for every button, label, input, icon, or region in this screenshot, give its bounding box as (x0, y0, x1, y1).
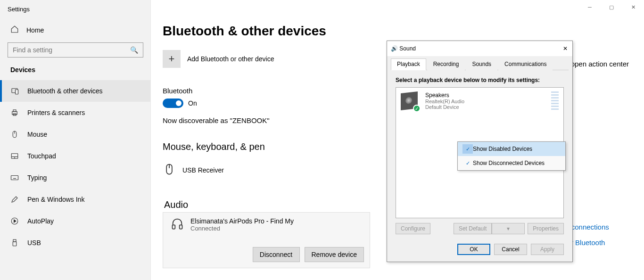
section-mouse-keyboard: Mouse, keyboard, & pen (163, 141, 380, 152)
mouse-icon (163, 163, 176, 177)
context-menu: ✓ Show Disabled Devices ✓ Show Disconnec… (457, 141, 566, 171)
dialog-instruction: Select a playback device below to modify… (387, 70, 572, 87)
svg-rect-3 (13, 110, 16, 112)
home-nav[interactable]: Home (0, 16, 150, 42)
menu-show-disabled[interactable]: ✓ Show Disabled Devices (458, 142, 565, 156)
svg-rect-18 (13, 239, 16, 242)
dialog-close-button[interactable]: ✕ (563, 45, 568, 52)
sidebar-item-printers[interactable]: Printers & scanners (0, 102, 150, 124)
discoverable-status: Now discoverable as "ZENBOOK" (163, 116, 380, 124)
maximize-button[interactable]: ▢ (601, 0, 622, 14)
properties-button[interactable]: Properties (528, 223, 564, 234)
sidebar-item-bluetooth[interactable]: Bluetooth & other devices (0, 80, 150, 102)
set-default-dropdown[interactable]: ▾ (492, 223, 525, 234)
pen-icon (10, 195, 19, 204)
apply-button[interactable]: Apply (531, 244, 564, 255)
app-title: Settings (0, 0, 150, 16)
main-content: Bluetooth & other devices + Add Bluetoot… (163, 24, 380, 182)
svg-rect-22 (173, 225, 175, 229)
bluetooth-state: On (188, 99, 197, 107)
plus-icon: + (163, 50, 181, 68)
menu-show-disconnected[interactable]: ✓ Show Disconnected Devices (458, 156, 565, 170)
touchpad-icon (10, 152, 19, 160)
svg-rect-2 (12, 112, 17, 115)
cancel-button[interactable]: Cancel (494, 244, 527, 255)
device-usb-receiver[interactable]: USB Receiver (163, 158, 380, 182)
svg-marker-17 (14, 220, 17, 222)
printer-icon (10, 108, 19, 117)
window-controls: ─ ▢ ✕ (579, 0, 644, 14)
category-label: Devices (0, 66, 150, 80)
check-icon: ✓ (462, 158, 473, 168)
sidebar-item-touchpad[interactable]: Touchpad (0, 145, 150, 167)
devices-icon (10, 87, 19, 95)
sound-dialog: 🔊 Sound ✕ Playback Recording Sounds Comm… (387, 41, 573, 262)
sound-icon: 🔊 (391, 45, 398, 52)
mouse-icon (10, 130, 19, 139)
remove-device-button[interactable]: Remove device (305, 247, 364, 262)
level-meter (551, 91, 559, 110)
search-icon: 🔍 (130, 46, 138, 54)
check-icon: ✓ (462, 144, 473, 154)
tab-communications[interactable]: Communications (498, 58, 553, 70)
section-audio: Audio (164, 199, 188, 210)
svg-rect-10 (11, 176, 18, 180)
close-button[interactable]: ✕ (622, 0, 644, 14)
minimize-button[interactable]: ─ (579, 0, 601, 14)
add-device-button[interactable]: + Add Bluetooth or other device (163, 50, 380, 68)
keyboard-icon (10, 173, 19, 182)
usb-icon (10, 239, 19, 247)
tab-sounds[interactable]: Sounds (466, 58, 497, 70)
dialog-title: Sound (399, 45, 416, 52)
sidebar-item-pen[interactable]: Pen & Windows Ink (0, 189, 150, 210)
sidebar-item-autoplay[interactable]: AutoPlay (0, 210, 150, 232)
bluetooth-label: Bluetooth (163, 87, 380, 95)
svg-rect-1 (16, 90, 18, 94)
configure-button[interactable]: Configure (396, 223, 430, 234)
search-input[interactable] (8, 42, 143, 58)
settings-sidebar: Settings Home 🔍 Devices Bluetooth & othe… (0, 0, 151, 280)
device-airpods[interactable]: Elsimanata's AirPods Pro - Find My Conne… (163, 213, 370, 233)
playback-device-list[interactable]: ✓ Speakers Realtek(R) Audio Default Devi… (396, 87, 564, 218)
audio-device-card: Audio Elsimanata's AirPods Pro - Find My… (163, 212, 370, 268)
sidebar-item-usb[interactable]: USB (0, 232, 150, 254)
set-default-button[interactable]: Set Default (454, 223, 492, 234)
svg-rect-23 (180, 225, 182, 229)
disconnect-button[interactable]: Disconnect (253, 247, 300, 262)
bluetooth-toggle[interactable] (163, 99, 183, 108)
sidebar-item-typing[interactable]: Typing (0, 167, 150, 189)
dialog-tabs: Playback Recording Sounds Communications (391, 58, 569, 70)
svg-rect-19 (13, 242, 17, 246)
headphones-icon (171, 217, 184, 232)
tab-recording[interactable]: Recording (427, 58, 465, 70)
device-speakers[interactable]: ✓ Speakers Realtek(R) Audio Default Devi… (396, 88, 563, 114)
page-title: Bluetooth & other devices (163, 24, 380, 39)
ok-button[interactable]: OK (457, 244, 490, 255)
sidebar-item-mouse[interactable]: Mouse (0, 124, 150, 145)
tab-playback[interactable]: Playback (391, 58, 426, 70)
check-icon: ✓ (413, 105, 421, 112)
autoplay-icon (10, 217, 19, 225)
home-icon (10, 25, 19, 35)
